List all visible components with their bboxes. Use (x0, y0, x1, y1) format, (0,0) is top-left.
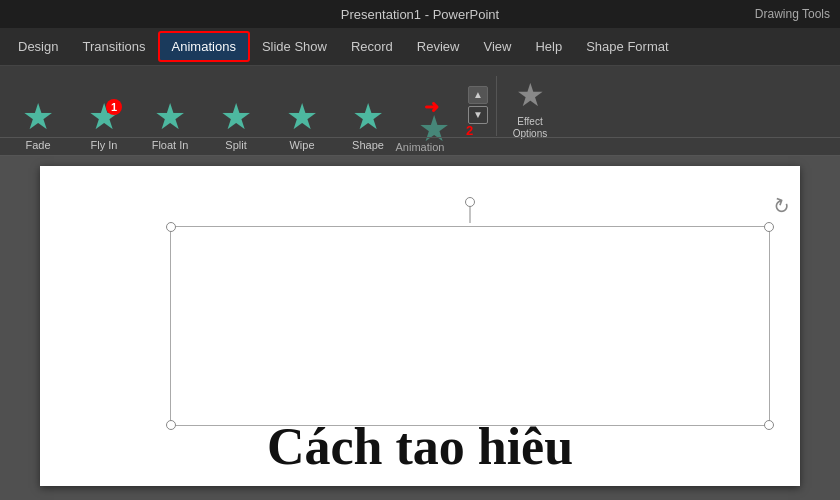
title-bar: Presentation1 - PowerPoint Drawing Tools (0, 0, 840, 28)
floatin-star-icon: ★ (154, 99, 186, 135)
ribbon: ★ Fade ★ 1 Fly In ★ Float In ★ Split (0, 66, 840, 156)
effect-star-icon: ★ (516, 76, 545, 114)
animation-group-label: Animation (396, 141, 445, 153)
slide-canvas: ↻ Cách tao hiêu (40, 166, 800, 486)
scroll-up-button[interactable]: ▲ (468, 86, 488, 104)
drawing-tools-label: Drawing Tools (755, 7, 830, 21)
animation-group: ★ Fade ★ 1 Fly In ★ Float In ★ Split (8, 72, 464, 155)
app-title: Presentation1 - PowerPoint (341, 7, 499, 22)
red-arrow-annotation: ➜ (424, 96, 439, 118)
shape-star-icon: ★ (352, 99, 384, 135)
split-star-icon: ★ (220, 99, 252, 135)
menu-item-shapeformat[interactable]: Shape Format (574, 33, 680, 60)
menu-item-view[interactable]: View (471, 33, 523, 60)
scroll-down-button[interactable]: ▼ (468, 106, 488, 124)
scroll-up-icon: ▲ (473, 89, 483, 100)
effect-options-button[interactable]: ★ EffectOptions (505, 72, 555, 144)
slide-text: Cách tao hiêu (40, 417, 800, 476)
handle-top-left[interactable] (166, 222, 176, 232)
scroll-down-icon: ▼ (473, 109, 483, 120)
flyin-badge: 1 (106, 99, 122, 115)
menu-item-animations[interactable]: Animations (158, 31, 250, 62)
menu-item-help[interactable]: Help (523, 33, 574, 60)
flyin-star-icon: ★ 1 (88, 99, 120, 135)
menu-item-design[interactable]: Design (6, 33, 70, 60)
animation-group-label-row: Animation (0, 137, 840, 155)
menu-bar: Design Transitions Animations Slide Show… (0, 28, 840, 66)
handle-top-right[interactable] (764, 222, 774, 232)
badge-2-annotation: 2 (466, 123, 473, 138)
rotate-handle[interactable] (465, 197, 475, 207)
menu-item-record[interactable]: Record (339, 33, 405, 60)
menu-item-slideshow[interactable]: Slide Show (250, 33, 339, 60)
wipe-star-icon: ★ (286, 99, 318, 135)
rotate-handle-icon[interactable]: ↻ (769, 192, 793, 220)
slide-area: ↻ Cách tao hiêu (0, 156, 840, 500)
fade-star-icon: ★ (22, 99, 54, 135)
menu-item-review[interactable]: Review (405, 33, 472, 60)
selection-box (170, 226, 770, 426)
menu-item-transitions[interactable]: Transitions (70, 33, 157, 60)
ribbon-divider (496, 76, 497, 136)
ribbon-scroll-area: ➜ ▲ ▼ 2 (464, 86, 492, 124)
